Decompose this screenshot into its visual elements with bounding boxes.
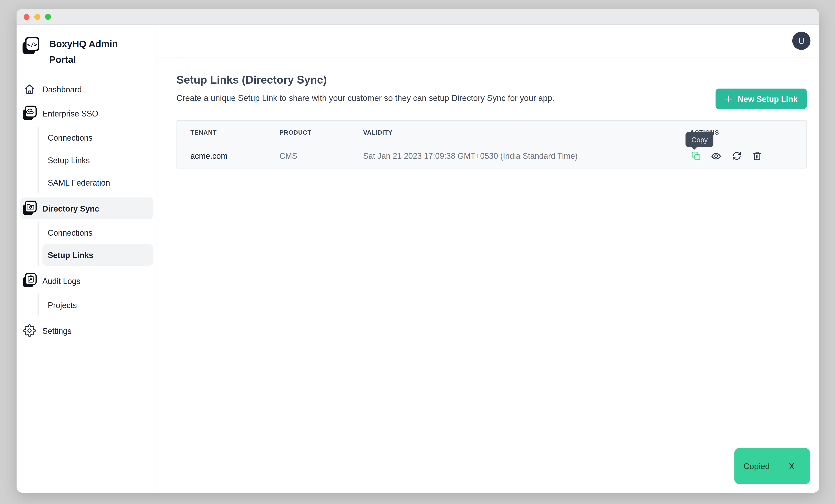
content: Setup Links (Directory Sync) Create a un… bbox=[157, 58, 819, 492]
page-head: Setup Links (Directory Sync) Create a un… bbox=[177, 74, 807, 103]
toast-message: Copied bbox=[744, 461, 770, 471]
sidebar-item-directory-sync[interactable]: Directory Sync bbox=[20, 198, 154, 219]
sidebar-subitem-sso-connections[interactable]: Connections bbox=[42, 126, 154, 148]
close-window-button[interactable] bbox=[24, 14, 29, 19]
column-header-validity: VALIDITY bbox=[363, 129, 690, 136]
row-actions bbox=[690, 150, 793, 162]
new-setup-link-label: New Setup Link bbox=[738, 94, 798, 103]
new-setup-link-button[interactable]: New Setup Link bbox=[716, 88, 807, 109]
product-cell: CMS bbox=[279, 152, 363, 161]
trash-icon bbox=[752, 151, 762, 161]
zoom-window-button[interactable] bbox=[45, 14, 51, 19]
page-description: Create a unique Setup Link to share with… bbox=[177, 94, 807, 103]
refresh-icon bbox=[731, 151, 741, 161]
sidebar-item-label: Dashboard bbox=[42, 84, 82, 94]
directory-sync-subgroup: Connections Setup Links bbox=[38, 222, 153, 266]
regenerate-link-button[interactable] bbox=[731, 150, 742, 162]
svg-text:</>: </> bbox=[27, 41, 37, 48]
sso-cloud-key-icon bbox=[22, 105, 37, 121]
copy-tooltip: Copy bbox=[686, 132, 714, 147]
sidebar-item-audit-logs[interactable]: Audit Logs bbox=[20, 270, 154, 291]
minimize-window-button[interactable] bbox=[35, 14, 40, 19]
sidebar: </> BoxyHQ Admin Portal bbox=[17, 25, 157, 492]
eye-icon bbox=[711, 150, 721, 161]
sidebar-subitem-dsync-connections[interactable]: Connections bbox=[42, 222, 154, 243]
sidebar-item-dashboard[interactable]: Dashboard bbox=[20, 78, 154, 100]
sidebar-item-settings[interactable]: Settings bbox=[20, 320, 154, 341]
sidebar-item-label: Audit Logs bbox=[42, 276, 80, 285]
clipboard-list-icon bbox=[22, 273, 37, 289]
delete-link-button[interactable] bbox=[751, 150, 763, 162]
user-avatar[interactable]: U bbox=[792, 32, 811, 50]
main-area: U Setup Links (Directory Sync) Create a … bbox=[157, 25, 819, 492]
sidebar-item-enterprise-sso[interactable]: Enterprise SSO bbox=[20, 102, 154, 124]
home-icon bbox=[22, 83, 37, 96]
sidebar-item-label: Directory Sync bbox=[42, 204, 99, 213]
app-logo-row: </> BoxyHQ Admin Portal bbox=[21, 37, 152, 67]
app-window: </> BoxyHQ Admin Portal bbox=[17, 9, 819, 492]
audit-logs-subgroup: Projects bbox=[38, 294, 153, 316]
gear-icon bbox=[22, 324, 37, 337]
toast-close-button[interactable]: X bbox=[789, 462, 794, 471]
copy-link-button[interactable] bbox=[690, 150, 701, 162]
sidebar-subitem-projects[interactable]: Projects bbox=[42, 294, 154, 316]
column-header-product: PRODUCT bbox=[279, 129, 363, 136]
validity-cell: Sat Jan 21 2023 17:09:38 GMT+0530 (India… bbox=[363, 152, 690, 161]
boxyhq-logo-icon: </> bbox=[21, 37, 40, 56]
screen: </> BoxyHQ Admin Portal bbox=[0, 0, 835, 504]
table-row: acme.com CMS Sat Jan 21 2023 17:09:38 GM… bbox=[177, 144, 806, 168]
tenant-cell: acme.com bbox=[190, 152, 279, 161]
sidebar-subitem-dsync-setup-links[interactable]: Setup Links bbox=[42, 244, 154, 266]
plus-icon bbox=[725, 95, 733, 103]
sidebar-nav: Dashboard Enterprise SSO bbox=[20, 78, 154, 341]
copied-toast: Copied X bbox=[734, 448, 810, 484]
copy-icon bbox=[691, 151, 701, 161]
folder-sync-icon bbox=[22, 200, 37, 216]
topbar: U bbox=[157, 25, 819, 57]
sidebar-item-label: Enterprise SSO bbox=[42, 109, 98, 118]
setup-links-table: TENANT PRODUCT VALIDITY ACTIONS acme.com… bbox=[177, 120, 807, 168]
column-header-tenant: TENANT bbox=[190, 129, 279, 136]
sidebar-subitem-saml-federation[interactable]: SAML Federation bbox=[42, 172, 154, 193]
page-title: Setup Links (Directory Sync) bbox=[177, 74, 807, 86]
app-title: BoxyHQ Admin Portal bbox=[49, 37, 124, 67]
enterprise-sso-subgroup: Connections Setup Links SAML Federation bbox=[38, 126, 153, 193]
sidebar-subitem-sso-setup-links[interactable]: Setup Links bbox=[42, 149, 154, 170]
window-titlebar bbox=[17, 9, 819, 25]
view-link-button[interactable] bbox=[710, 150, 722, 162]
sidebar-item-label: Settings bbox=[42, 326, 72, 335]
